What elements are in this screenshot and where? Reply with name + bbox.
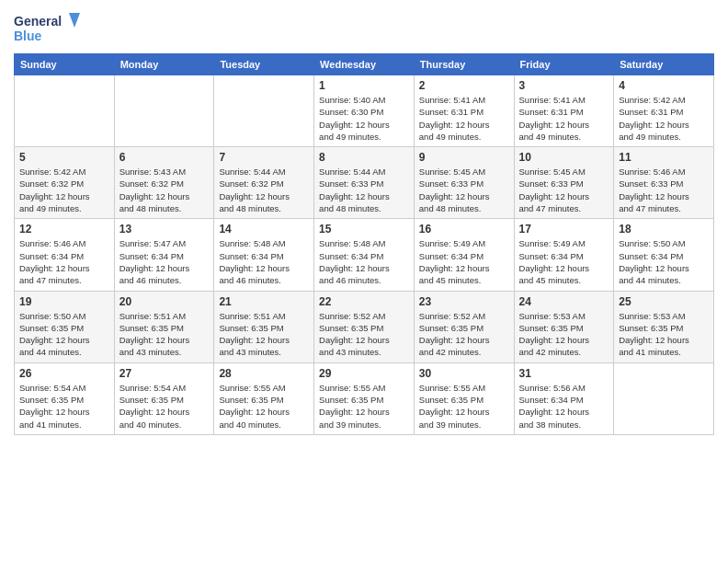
week-row-5: 26Sunrise: 5:54 AM Sunset: 6:35 PM Dayli… <box>15 362 714 434</box>
day-info: Sunrise: 5:55 AM Sunset: 6:35 PM Dayligh… <box>419 382 509 431</box>
day-number: 14 <box>219 223 309 236</box>
day-number: 13 <box>119 223 210 236</box>
day-number: 26 <box>19 367 109 380</box>
week-row-1: 1Sunrise: 5:40 AM Sunset: 6:30 PM Daylig… <box>15 75 714 147</box>
calendar-cell <box>114 75 214 147</box>
weekday-thursday: Thursday <box>414 54 514 75</box>
day-info: Sunrise: 5:51 AM Sunset: 6:35 PM Dayligh… <box>219 310 309 359</box>
logo: GeneralBlue <box>14 9 87 46</box>
weekday-header-row: SundayMondayTuesdayWednesdayThursdayFrid… <box>15 54 714 75</box>
day-number: 6 <box>119 151 210 164</box>
day-number: 24 <box>519 295 609 308</box>
day-number: 8 <box>319 151 409 164</box>
calendar-cell: 7Sunrise: 5:44 AM Sunset: 6:32 PM Daylig… <box>214 147 314 219</box>
calendar-cell: 6Sunrise: 5:43 AM Sunset: 6:32 PM Daylig… <box>114 147 214 219</box>
day-info: Sunrise: 5:53 AM Sunset: 6:35 PM Dayligh… <box>619 310 709 359</box>
calendar-cell: 12Sunrise: 5:46 AM Sunset: 6:34 PM Dayli… <box>15 219 115 291</box>
weekday-tuesday: Tuesday <box>214 54 314 75</box>
day-number: 25 <box>619 295 709 308</box>
calendar-cell: 22Sunrise: 5:52 AM Sunset: 6:35 PM Dayli… <box>314 291 415 362</box>
calendar-cell: 8Sunrise: 5:44 AM Sunset: 6:33 PM Daylig… <box>314 147 415 219</box>
calendar-cell: 1Sunrise: 5:40 AM Sunset: 6:30 PM Daylig… <box>314 75 415 147</box>
calendar-cell: 13Sunrise: 5:47 AM Sunset: 6:34 PM Dayli… <box>114 219 214 291</box>
day-info: Sunrise: 5:41 AM Sunset: 6:31 PM Dayligh… <box>419 94 509 143</box>
day-number: 1 <box>319 79 409 92</box>
day-number: 7 <box>219 151 309 164</box>
day-number: 18 <box>619 223 709 236</box>
day-number: 19 <box>19 295 109 308</box>
calendar-cell: 5Sunrise: 5:42 AM Sunset: 6:32 PM Daylig… <box>15 147 115 219</box>
svg-text:General: General <box>14 14 62 29</box>
day-number: 9 <box>419 151 509 164</box>
week-row-3: 12Sunrise: 5:46 AM Sunset: 6:34 PM Dayli… <box>15 219 714 291</box>
calendar-cell <box>15 75 115 147</box>
day-info: Sunrise: 5:52 AM Sunset: 6:35 PM Dayligh… <box>419 310 509 359</box>
week-row-2: 5Sunrise: 5:42 AM Sunset: 6:32 PM Daylig… <box>15 147 714 219</box>
day-number: 2 <box>419 79 509 92</box>
calendar-cell: 24Sunrise: 5:53 AM Sunset: 6:35 PM Dayli… <box>514 291 614 362</box>
calendar-cell: 2Sunrise: 5:41 AM Sunset: 6:31 PM Daylig… <box>414 75 514 147</box>
day-info: Sunrise: 5:44 AM Sunset: 6:33 PM Dayligh… <box>319 166 409 214</box>
day-number: 30 <box>419 367 509 380</box>
day-info: Sunrise: 5:45 AM Sunset: 6:33 PM Dayligh… <box>519 166 609 214</box>
logo-icon: GeneralBlue <box>14 9 87 46</box>
calendar-cell: 27Sunrise: 5:54 AM Sunset: 6:35 PM Dayli… <box>114 362 214 434</box>
calendar-cell: 14Sunrise: 5:48 AM Sunset: 6:34 PM Dayli… <box>214 219 314 291</box>
day-number: 11 <box>619 151 709 164</box>
calendar-table: SundayMondayTuesdayWednesdayThursdayFrid… <box>14 53 714 435</box>
day-info: Sunrise: 5:54 AM Sunset: 6:35 PM Dayligh… <box>19 382 109 431</box>
day-number: 16 <box>419 223 509 236</box>
calendar-cell: 29Sunrise: 5:55 AM Sunset: 6:35 PM Dayli… <box>314 362 415 434</box>
day-info: Sunrise: 5:50 AM Sunset: 6:34 PM Dayligh… <box>619 237 709 286</box>
calendar-cell: 11Sunrise: 5:46 AM Sunset: 6:33 PM Dayli… <box>614 147 714 219</box>
calendar-cell: 28Sunrise: 5:55 AM Sunset: 6:35 PM Dayli… <box>214 362 314 434</box>
calendar-cell: 16Sunrise: 5:49 AM Sunset: 6:34 PM Dayli… <box>414 219 514 291</box>
day-number: 23 <box>419 295 509 308</box>
calendar-cell: 19Sunrise: 5:50 AM Sunset: 6:35 PM Dayli… <box>15 291 115 362</box>
header: GeneralBlue <box>14 9 714 46</box>
calendar-cell <box>214 75 314 147</box>
week-row-4: 19Sunrise: 5:50 AM Sunset: 6:35 PM Dayli… <box>15 291 714 362</box>
day-info: Sunrise: 5:50 AM Sunset: 6:35 PM Dayligh… <box>19 310 109 359</box>
day-info: Sunrise: 5:49 AM Sunset: 6:34 PM Dayligh… <box>419 237 509 286</box>
day-info: Sunrise: 5:47 AM Sunset: 6:34 PM Dayligh… <box>119 237 210 286</box>
weekday-monday: Monday <box>114 54 214 75</box>
day-number: 4 <box>619 79 709 92</box>
calendar-cell: 15Sunrise: 5:48 AM Sunset: 6:34 PM Dayli… <box>314 219 415 291</box>
day-info: Sunrise: 5:49 AM Sunset: 6:34 PM Dayligh… <box>519 237 609 286</box>
day-info: Sunrise: 5:54 AM Sunset: 6:35 PM Dayligh… <box>119 382 210 431</box>
calendar-cell: 17Sunrise: 5:49 AM Sunset: 6:34 PM Dayli… <box>514 219 614 291</box>
day-info: Sunrise: 5:41 AM Sunset: 6:31 PM Dayligh… <box>519 94 609 143</box>
day-number: 20 <box>119 295 210 308</box>
day-info: Sunrise: 5:46 AM Sunset: 6:33 PM Dayligh… <box>619 166 709 214</box>
day-number: 15 <box>319 223 409 236</box>
day-number: 22 <box>319 295 409 308</box>
calendar-cell: 31Sunrise: 5:56 AM Sunset: 6:34 PM Dayli… <box>514 362 614 434</box>
day-info: Sunrise: 5:43 AM Sunset: 6:32 PM Dayligh… <box>119 166 210 214</box>
calendar-cell: 10Sunrise: 5:45 AM Sunset: 6:33 PM Dayli… <box>514 147 614 219</box>
weekday-friday: Friday <box>514 54 614 75</box>
svg-marker-2 <box>69 13 80 28</box>
day-info: Sunrise: 5:42 AM Sunset: 6:31 PM Dayligh… <box>619 94 709 143</box>
weekday-saturday: Saturday <box>614 54 714 75</box>
day-number: 28 <box>219 367 309 380</box>
day-info: Sunrise: 5:52 AM Sunset: 6:35 PM Dayligh… <box>319 310 409 359</box>
day-info: Sunrise: 5:55 AM Sunset: 6:35 PM Dayligh… <box>319 382 409 431</box>
svg-text:Blue: Blue <box>14 29 42 43</box>
day-info: Sunrise: 5:44 AM Sunset: 6:32 PM Dayligh… <box>219 166 309 214</box>
calendar-cell: 30Sunrise: 5:55 AM Sunset: 6:35 PM Dayli… <box>414 362 514 434</box>
calendar-cell: 3Sunrise: 5:41 AM Sunset: 6:31 PM Daylig… <box>514 75 614 147</box>
day-info: Sunrise: 5:53 AM Sunset: 6:35 PM Dayligh… <box>519 310 609 359</box>
day-info: Sunrise: 5:46 AM Sunset: 6:34 PM Dayligh… <box>19 237 109 286</box>
day-info: Sunrise: 5:42 AM Sunset: 6:32 PM Dayligh… <box>19 166 109 214</box>
calendar-cell: 4Sunrise: 5:42 AM Sunset: 6:31 PM Daylig… <box>614 75 714 147</box>
calendar-cell: 25Sunrise: 5:53 AM Sunset: 6:35 PM Dayli… <box>614 291 714 362</box>
calendar-cell: 26Sunrise: 5:54 AM Sunset: 6:35 PM Dayli… <box>15 362 115 434</box>
day-info: Sunrise: 5:48 AM Sunset: 6:34 PM Dayligh… <box>319 237 409 286</box>
calendar-cell <box>614 362 714 434</box>
calendar-cell: 18Sunrise: 5:50 AM Sunset: 6:34 PM Dayli… <box>614 219 714 291</box>
day-number: 12 <box>19 223 109 236</box>
day-info: Sunrise: 5:45 AM Sunset: 6:33 PM Dayligh… <box>419 166 509 214</box>
day-number: 31 <box>519 367 609 380</box>
weekday-wednesday: Wednesday <box>314 54 415 75</box>
